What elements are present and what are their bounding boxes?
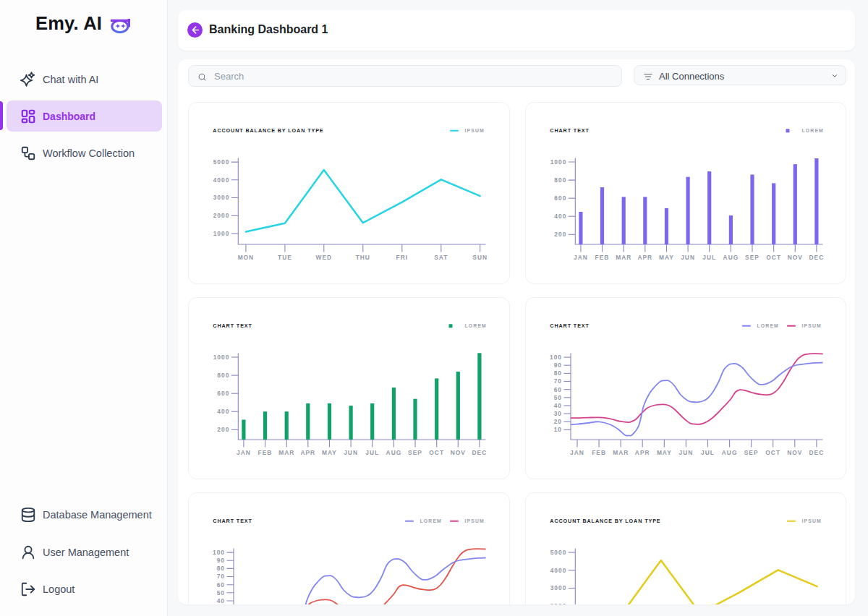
svg-text:JUL: JUL [702, 254, 716, 261]
svg-text:60: 60 [217, 581, 225, 588]
svg-text:IPSUM: IPSUM [464, 128, 484, 133]
svg-text:DEC: DEC [472, 448, 488, 455]
svg-text:3000: 3000 [550, 584, 566, 591]
svg-text:20: 20 [553, 418, 561, 425]
svg-text:MAR: MAR [613, 448, 629, 455]
svg-text:1000: 1000 [213, 353, 230, 360]
svg-text:JUL: JUL [365, 448, 379, 455]
svg-text:CHART TEXT: CHART TEXT [550, 127, 590, 133]
svg-text:AUG: AUG [721, 448, 737, 455]
svg-text:FRI: FRI [396, 254, 409, 261]
svg-text:WED: WED [316, 254, 333, 261]
svg-text:2000: 2000 [213, 212, 230, 219]
svg-text:LOREM: LOREM [464, 323, 487, 328]
svg-text:3000: 3000 [213, 194, 230, 201]
svg-text:1000: 1000 [550, 158, 566, 165]
svg-text:IPSUM: IPSUM [801, 518, 821, 523]
svg-text:2000: 2000 [550, 602, 566, 604]
svg-text:FEB: FEB [595, 254, 609, 261]
svg-text:SEP: SEP [745, 254, 760, 261]
svg-text:40: 40 [217, 596, 225, 604]
svg-text:80: 80 [217, 565, 225, 572]
svg-text:MAR: MAR [278, 448, 294, 455]
svg-text:CHART TEXT: CHART TEXT [550, 322, 590, 328]
svg-text:APR: APR [300, 448, 315, 455]
svg-text:LOREM: LOREM [420, 518, 442, 523]
svg-text:CHART TEXT: CHART TEXT [213, 517, 252, 523]
svg-text:600: 600 [217, 390, 229, 397]
svg-text:TUE: TUE [278, 254, 292, 261]
svg-text:SEP: SEP [408, 448, 422, 455]
svg-text:800: 800 [217, 372, 229, 379]
svg-text:LOREM: LOREM [757, 323, 779, 328]
svg-text:DEC: DEC [809, 448, 824, 455]
svg-text:ACCOUNT BALANCE BY LOAN TYPE: ACCOUNT BALANCE BY LOAN TYPE [213, 127, 323, 133]
svg-text:APR: APR [637, 254, 652, 261]
svg-text:200: 200 [554, 231, 566, 238]
svg-text:MAY: MAY [659, 254, 674, 261]
svg-text:4000: 4000 [550, 566, 566, 573]
svg-text:40: 40 [553, 401, 561, 408]
svg-text:60: 60 [553, 385, 561, 393]
svg-text:30: 30 [553, 409, 561, 416]
svg-text:MON: MON [238, 254, 255, 261]
svg-text:SEP: SEP [744, 448, 758, 455]
svg-text:APR: APR [634, 448, 650, 455]
svg-text:5000: 5000 [213, 158, 230, 166]
svg-text:70: 70 [217, 573, 225, 580]
svg-text:1000: 1000 [213, 229, 230, 236]
svg-text:400: 400 [217, 408, 229, 415]
svg-text:80: 80 [553, 369, 561, 377]
svg-text:50: 50 [553, 393, 561, 401]
svg-text:FEB: FEB [258, 448, 273, 455]
svg-text:FEB: FEB [592, 448, 606, 455]
svg-text:JUN: JUN [678, 448, 693, 455]
svg-text:ACCOUNT BALANCE BY LOAN TYPE: ACCOUNT BALANCE BY LOAN TYPE [550, 517, 660, 523]
svg-text:4000: 4000 [213, 176, 230, 183]
svg-text:NOV: NOV [787, 254, 802, 261]
svg-text:JUN: JUN [681, 254, 695, 261]
svg-text:90: 90 [553, 362, 561, 369]
svg-text:SAT: SAT [434, 254, 448, 261]
svg-text:SUN: SUN [472, 254, 488, 261]
svg-text:100: 100 [550, 354, 562, 361]
svg-text:50: 50 [217, 589, 225, 596]
svg-text:OCT: OCT [429, 448, 444, 455]
svg-text:THU: THU [356, 254, 370, 261]
svg-text:IPSUM: IPSUM [464, 518, 484, 523]
svg-text:DEC: DEC [809, 254, 824, 261]
svg-text:200: 200 [217, 426, 229, 433]
svg-text:CHART TEXT: CHART TEXT [213, 322, 252, 328]
svg-text:LOREM: LOREM [801, 128, 824, 133]
svg-text:MAY: MAY [656, 448, 671, 455]
svg-text:400: 400 [554, 213, 566, 220]
svg-text:OCT: OCT [765, 448, 780, 455]
svg-text:600: 600 [554, 194, 566, 202]
svg-text:5000: 5000 [550, 549, 566, 556]
svg-text:NOV: NOV [451, 448, 466, 455]
svg-text:MAY: MAY [322, 448, 337, 455]
svg-text:10: 10 [553, 426, 561, 433]
svg-text:90: 90 [217, 557, 225, 564]
svg-text:800: 800 [554, 176, 566, 184]
svg-text:JAN: JAN [570, 448, 584, 455]
svg-text:JAN: JAN [237, 448, 251, 455]
svg-text:JAN: JAN [574, 254, 588, 261]
svg-text:70: 70 [553, 377, 561, 385]
svg-text:100: 100 [213, 549, 225, 556]
svg-text:NOV: NOV [787, 448, 802, 455]
svg-text:AUG: AUG [723, 254, 739, 261]
svg-text:JUL: JUL [701, 448, 715, 455]
svg-text:JUN: JUN [344, 448, 358, 455]
svg-text:OCT: OCT [766, 254, 781, 261]
svg-text:IPSUM: IPSUM [801, 323, 821, 328]
svg-text:AUG: AUG [386, 448, 402, 455]
svg-text:MAR: MAR [616, 254, 631, 261]
